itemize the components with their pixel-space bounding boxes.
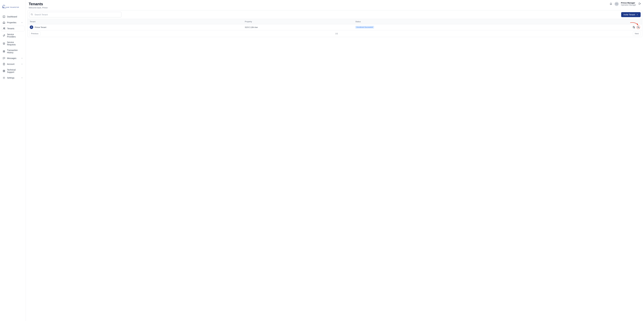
message-icon (3, 57, 5, 59)
logout-icon[interactable] (638, 2, 641, 5)
column-header-tenant: Tenant (28, 19, 243, 24)
svg-point-17 (31, 13, 32, 15)
sidebar-item-dashboard[interactable]: Dashboard (1, 14, 24, 19)
svg-point-25 (638, 26, 638, 27)
svg-point-19 (31, 26, 32, 27)
sidebar-item-label: Service Providers (7, 33, 23, 38)
search-wrap (29, 12, 121, 17)
file-icon (3, 63, 5, 65)
sidebar-item-label: Properties (7, 21, 19, 24)
tenant-name: Prince Tenant (35, 26, 46, 28)
sidebar-item-label: Service Requests (7, 41, 23, 46)
sidebar-item-tenants[interactable]: Tenants (1, 26, 24, 31)
svg-marker-7 (3, 42, 5, 44)
layers-icon (3, 42, 5, 45)
page-title: Tenants (29, 2, 48, 6)
chevron-down-icon (21, 21, 23, 23)
sidebar-item-service-providers[interactable]: Service Providers (1, 32, 24, 39)
tenant-avatar-icon (30, 25, 33, 29)
svg-point-5 (4, 28, 5, 28)
sidebar-item-technical-support[interactable]: Technical Support (1, 67, 24, 75)
status-badge: Enrollment Successfull (355, 26, 374, 28)
bell-icon[interactable] (610, 2, 612, 5)
chevron-down-icon (21, 57, 23, 59)
settings-icon (3, 76, 5, 79)
invite-tenant-button[interactable]: Invite Tenant (621, 12, 641, 17)
sidebar-item-transaction-history[interactable]: Transaction History (1, 48, 24, 55)
globe-icon (3, 70, 5, 72)
sidebar: OME TRUMPETER Dashboard Properties Tenan… (0, 0, 26, 321)
bank-icon (3, 50, 5, 53)
sidebar-item-label: Dashboard (7, 15, 23, 18)
svg-rect-3 (4, 23, 4, 23)
user-name: Prince Manager (621, 2, 636, 4)
svg-text:OME TRUMPETER: OME TRUMPETER (6, 6, 19, 8)
sidebar-item-label: Tenants (7, 27, 23, 30)
page-subtitle: Welcome back, Prince (29, 6, 48, 9)
next-button[interactable]: Next (633, 31, 641, 36)
dashboard-icon (3, 15, 5, 18)
svg-point-6 (4, 35, 5, 35)
svg-point-16 (4, 77, 4, 78)
sidebar-item-settings[interactable]: Settings (1, 75, 24, 80)
table-row[interactable]: Prince Tenant 315 E 12th Ave Enrollment … (28, 24, 642, 30)
column-header-actions (550, 19, 642, 24)
sidebar-item-account[interactable]: Account (1, 61, 24, 67)
view-document-icon[interactable] (632, 26, 635, 28)
column-header-status: Status (353, 19, 550, 24)
search-input[interactable] (29, 12, 121, 17)
sidebar-item-properties[interactable]: Properties (1, 20, 24, 25)
svg-line-27 (639, 28, 639, 28)
pagination: Previous 1/1 Next (28, 30, 642, 37)
nav: Dashboard Properties Tenants Service Pro… (0, 14, 26, 80)
tenants-table: Tenant Property Status Prince Tenant (28, 19, 642, 30)
chevron-down-icon (21, 77, 23, 79)
invite-tenant-label: Invite Tenant (624, 13, 635, 16)
view-profile-icon[interactable] (636, 25, 640, 29)
sidebar-item-label: Technical Support (7, 69, 23, 73)
sidebar-item-label: Transaction History (7, 49, 23, 54)
header: Tenants Welcome back, Prince PM Prince M… (26, 0, 644, 10)
avatar[interactable]: PM (614, 2, 619, 6)
logo-icon: OME TRUMPETER (2, 3, 23, 9)
home-icon (3, 21, 5, 24)
main: Tenants Welcome back, Prince PM Prince M… (26, 0, 644, 321)
previous-button[interactable]: Previous (29, 31, 40, 36)
tools-icon (3, 34, 5, 37)
sidebar-item-service-requests[interactable]: Service Requests (1, 40, 24, 47)
sidebar-item-label: Account (7, 63, 19, 65)
chevron-right-icon (636, 13, 638, 16)
toolbar: Invite Tenant (28, 10, 642, 19)
sidebar-item-label: Settings (7, 77, 19, 79)
svg-line-18 (32, 15, 33, 15)
users-icon (3, 27, 6, 30)
sidebar-item-messages[interactable]: Messages (1, 56, 24, 61)
user-info: Prince Manager Operation Manager (621, 2, 636, 6)
logo: OME TRUMPETER (0, 3, 26, 14)
sidebar-item-label: Messages (7, 57, 19, 59)
column-header-property: Property (243, 19, 353, 24)
svg-point-4 (3, 28, 4, 28)
content-card: Invite Tenant Tenant Property Status (28, 10, 642, 37)
chevron-down-icon (21, 63, 23, 65)
page-info: 1/1 (335, 32, 338, 35)
svg-line-24 (634, 28, 635, 28)
user-role: Operation Manager (621, 4, 636, 6)
search-icon (30, 13, 33, 16)
tenant-property: 315 E 12th Ave (243, 24, 353, 30)
